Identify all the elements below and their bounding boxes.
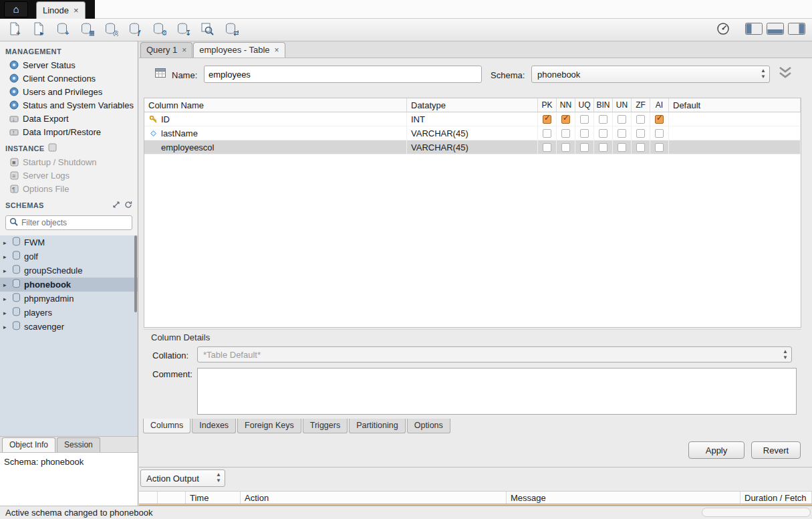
sidebar-item-options-file[interactable]: ¶Options File xyxy=(0,182,138,195)
sidebar-tab-object-info[interactable]: Object Info xyxy=(2,437,55,452)
column-header-uq[interactable]: UQ xyxy=(575,98,594,112)
toggle-secondary-sidebar-icon-button[interactable] xyxy=(787,21,805,39)
editor-tab-indexes[interactable]: Indexes xyxy=(192,419,236,433)
column-header-datatype[interactable]: Datatype xyxy=(407,98,538,112)
column-header-bin[interactable]: BIN xyxy=(594,98,613,112)
sidebar-item-client-connections[interactable]: Client Connections xyxy=(0,72,138,85)
checkbox-uq[interactable] xyxy=(580,143,589,152)
sidebar-scrollbar[interactable] xyxy=(134,235,137,312)
column-datatype-cell[interactable]: VARCHAR(45) xyxy=(407,140,538,154)
schema-item-phonebook[interactable]: ▸phonebook xyxy=(0,278,138,292)
modify-server-icon-button[interactable]: ⚙ xyxy=(150,21,168,39)
output-col-blank[interactable] xyxy=(158,492,186,504)
comment-textarea[interactable] xyxy=(197,368,797,415)
tab-query-1[interactable]: Query 1× xyxy=(140,42,192,58)
column-header-zf[interactable]: ZF xyxy=(632,98,650,112)
panel-splitter[interactable] xyxy=(139,467,812,468)
checkbox-un[interactable] xyxy=(618,143,626,152)
data-export-tool-icon-button[interactable]: ↧ xyxy=(174,21,192,39)
editor-tab-options[interactable]: Options xyxy=(407,419,450,433)
sidebar-item-startup-shutdown[interactable]: ■Startup / Shutdown xyxy=(0,155,138,169)
column-default-cell[interactable] xyxy=(669,140,801,154)
output-selector-combobox[interactable]: Action Output ▲▼ xyxy=(140,470,225,487)
expander-arrow-icon[interactable]: ▸ xyxy=(3,282,9,288)
sidebar-item-users-and-privileges[interactable]: Users and Privileges xyxy=(0,85,138,98)
output-col-action[interactable]: Action xyxy=(241,492,507,504)
collation-combobox[interactable]: *Table Default* ▲▼ xyxy=(197,346,792,362)
checkbox-pk[interactable] xyxy=(543,129,551,138)
open-sql-script-icon-button[interactable]: ▸ xyxy=(29,21,47,39)
table-name-input[interactable] xyxy=(204,66,482,83)
expand-panel-icon[interactable] xyxy=(112,202,120,210)
new-sql-tab-icon-button[interactable]: + xyxy=(5,21,23,39)
editor-tab-triggers[interactable]: Triggers xyxy=(303,419,348,433)
create-table-icon-button[interactable]: ▦ xyxy=(78,21,96,39)
expander-arrow-icon[interactable]: ▸ xyxy=(3,296,9,302)
schema-combobox[interactable]: phonebook ▲▼ xyxy=(531,66,770,83)
expander-arrow-icon[interactable]: ▸ xyxy=(3,239,9,246)
checkbox-zf[interactable] xyxy=(636,143,645,152)
create-schema-icon-button[interactable]: + xyxy=(53,21,72,39)
checkbox-bin[interactable] xyxy=(599,115,607,124)
schema-item-fwm[interactable]: ▸FWM xyxy=(0,235,138,249)
column-row-id[interactable]: IDINT xyxy=(144,112,801,126)
output-col-duration-fetch[interactable]: Duration / Fetch xyxy=(740,492,812,504)
column-datatype-cell[interactable]: VARCHAR(45) xyxy=(407,126,538,140)
connection-tab[interactable]: Linode × xyxy=(36,1,86,19)
column-name-cell[interactable]: lastName xyxy=(144,126,407,140)
revert-button[interactable]: Revert xyxy=(751,441,801,459)
checkbox-nn[interactable] xyxy=(561,129,570,138)
schema-item-groupschedule[interactable]: ▸groupSchedule xyxy=(0,264,138,278)
sidebar-item-data-import-restore[interactable]: ↑Data Import/Restore xyxy=(0,125,138,138)
column-header-column-name[interactable]: Column Name xyxy=(144,98,407,112)
column-name-cell[interactable]: ID xyxy=(144,112,407,126)
horizontal-scrollbar[interactable] xyxy=(702,508,811,517)
checkbox-ai[interactable] xyxy=(655,115,664,124)
editor-tab-partitioning[interactable]: Partitioning xyxy=(349,419,406,433)
checkbox-nn[interactable] xyxy=(561,143,570,152)
create-routine-icon-button[interactable]: ƒ xyxy=(126,21,144,39)
close-icon[interactable]: × xyxy=(182,45,186,55)
expander-arrow-icon[interactable]: ▸ xyxy=(3,310,9,316)
output-col-message[interactable]: Message xyxy=(507,492,740,504)
migration-wizard-icon-button[interactable]: ⇄ xyxy=(222,21,240,39)
refresh-schemas-icon[interactable] xyxy=(124,202,132,210)
checkbox-bin[interactable] xyxy=(599,129,607,138)
sidebar-item-server-status[interactable]: Server Status xyxy=(0,58,138,72)
column-header-default[interactable]: Default xyxy=(669,98,801,112)
close-icon[interactable]: × xyxy=(74,5,79,15)
expander-arrow-icon[interactable]: ▸ xyxy=(3,268,9,274)
column-header-nn[interactable]: NN xyxy=(557,98,575,112)
checkbox-uq[interactable] xyxy=(580,129,589,138)
checkbox-ai[interactable] xyxy=(655,143,664,152)
expander-arrow-icon[interactable]: ▸ xyxy=(3,253,9,260)
editor-tab-foreign-keys[interactable]: Foreign Keys xyxy=(237,419,301,433)
sidebar-item-data-export[interactable]: ↓Data Export xyxy=(0,112,138,125)
tab-employees-table[interactable]: employees - Table× xyxy=(193,42,285,58)
checkbox-pk[interactable] xyxy=(543,115,551,124)
column-header-ai[interactable]: AI xyxy=(650,98,669,112)
output-col-time[interactable]: Time xyxy=(186,492,241,504)
checkbox-uq[interactable] xyxy=(580,115,589,124)
column-name-cell[interactable]: employeescol xyxy=(144,140,407,154)
checkbox-pk[interactable] xyxy=(543,143,551,152)
column-header-un[interactable]: UN xyxy=(613,98,632,112)
apply-button[interactable]: Apply xyxy=(688,441,745,459)
expander-arrow-icon[interactable]: ▸ xyxy=(3,324,9,330)
toggle-output-icon-button[interactable] xyxy=(766,21,784,39)
checkbox-un[interactable] xyxy=(618,129,626,138)
output-col-blank[interactable] xyxy=(139,492,158,504)
sidebar-item-status-and-system-variables[interactable]: Status and System Variables xyxy=(0,98,138,112)
collapse-header-button[interactable] xyxy=(774,66,797,82)
dashboard-icon-button[interactable] xyxy=(714,21,732,39)
sidebar-tab-session[interactable]: Session xyxy=(57,437,100,452)
checkbox-bin[interactable] xyxy=(599,143,607,152)
schema-filter[interactable] xyxy=(5,215,132,230)
column-datatype-cell[interactable]: INT xyxy=(407,112,538,126)
column-default-cell[interactable] xyxy=(669,126,801,140)
create-view-icon-button[interactable]: ◎ xyxy=(102,21,120,39)
sidebar-item-server-logs[interactable]: ≡Server Logs xyxy=(0,169,138,182)
schema-item-players[interactable]: ▸players xyxy=(0,306,138,320)
checkbox-nn[interactable] xyxy=(561,115,570,124)
editor-tab-columns[interactable]: Columns xyxy=(143,419,190,433)
